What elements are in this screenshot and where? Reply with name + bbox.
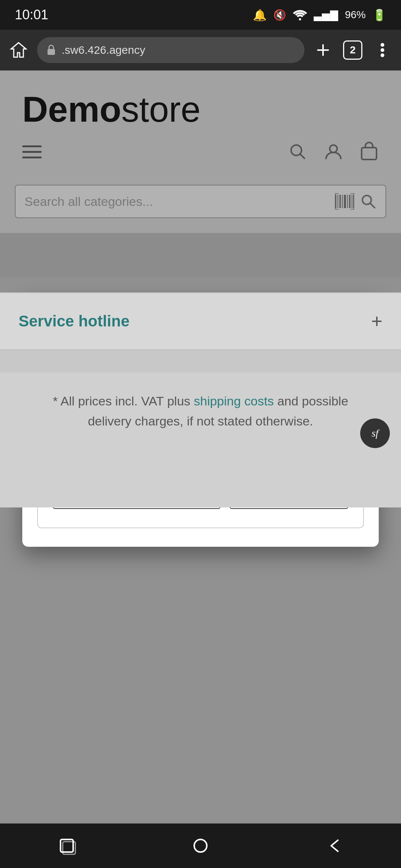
url-text: .sw6.426.agency <box>62 44 296 56</box>
mute-icon: 🔇 <box>273 9 286 21</box>
shipping-costs-link[interactable]: shipping costs <box>194 394 274 408</box>
svg-rect-28 <box>194 839 207 852</box>
browser-actions: 2 <box>312 39 394 61</box>
android-home-button[interactable] <box>186 831 215 861</box>
home-button[interactable] <box>7 39 30 61</box>
browser-bar: .sw6.426.agency 2 <box>0 30 401 70</box>
status-time: 10:01 <box>15 7 48 23</box>
svg-point-2 <box>381 43 384 47</box>
svg-point-3 <box>381 48 384 52</box>
browser-menu-button[interactable] <box>371 39 394 61</box>
wifi-icon <box>293 9 307 21</box>
footer-text: * All prices incl. VAT plus shipping cos… <box>0 372 401 450</box>
android-nav-bar <box>0 823 401 868</box>
svg-point-0 <box>299 18 301 20</box>
signal-icon: ▃▅▇ <box>314 9 338 21</box>
symfony-badge[interactable]: sf <box>360 418 390 448</box>
android-back-button[interactable] <box>319 831 349 861</box>
battery-text: 96% <box>345 9 366 21</box>
service-hotline-label: Service hotline <box>19 312 130 330</box>
status-icons: 🔔 🔇 ▃▅▇ 96% 🔋 <box>253 9 386 22</box>
service-hotline-row[interactable]: Service hotline + <box>0 292 401 350</box>
battery-icon: 🔋 <box>372 9 386 22</box>
footer-text-part1: * All prices incl. VAT plus <box>53 394 194 408</box>
android-recent-apps-button[interactable] <box>52 831 82 861</box>
service-hotline-expand-icon[interactable]: + <box>371 310 382 332</box>
alarm-icon: 🔔 <box>253 9 267 22</box>
url-bar[interactable]: .sw6.426.agency <box>37 37 304 63</box>
tab-count-badge[interactable]: 2 <box>343 40 362 60</box>
status-bar: 10:01 🔔 🔇 ▃▅▇ 96% 🔋 <box>0 0 401 30</box>
svg-rect-1 <box>48 49 55 55</box>
svg-point-4 <box>381 53 384 57</box>
below-modal-area: Service hotline + * All prices incl. VAT… <box>0 292 401 507</box>
add-tab-button[interactable] <box>312 39 334 61</box>
lock-icon <box>46 44 56 56</box>
page-content: Demostore <box>0 70 401 823</box>
footer-spacer <box>0 350 401 372</box>
